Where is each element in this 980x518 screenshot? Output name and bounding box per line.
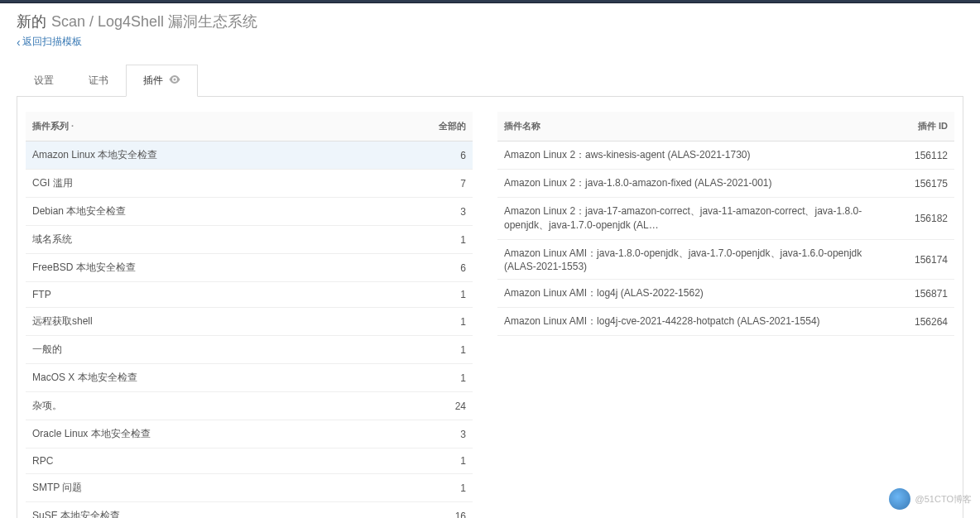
plugin-name-cell: Amazon Linux AMI：log4j-cve-2021-44228-ho… <box>497 308 888 336</box>
table-row[interactable]: FreeBSD 本地安全检查6 <box>26 254 473 282</box>
family-cell: 一般的 <box>26 336 415 364</box>
table-row[interactable]: Amazon Linux 2：java-17-amazon-correct、ja… <box>497 198 954 240</box>
svg-point-0 <box>174 79 176 81</box>
count-cell: 1 <box>415 336 473 364</box>
plugin-id-cell: 156871 <box>888 280 954 308</box>
count-cell: 7 <box>415 170 473 198</box>
plugin-id-cell: 156264 <box>888 308 954 336</box>
count-cell: 6 <box>415 141 473 170</box>
count-cell: 1 <box>415 282 473 308</box>
count-cell: 1 <box>415 364 473 392</box>
count-cell: 1 <box>415 448 473 474</box>
table-row[interactable]: MacOS X 本地安全检查1 <box>26 364 473 392</box>
back-link[interactable]: 返回扫描模板 <box>17 35 82 49</box>
table-row[interactable]: SuSE 本地安全检查16 <box>26 502 473 519</box>
col-family-header[interactable]: 插件系列 <box>26 112 415 141</box>
table-row[interactable]: 一般的1 <box>26 336 473 364</box>
table-row[interactable]: Amazon Linux AMI：java-1.8.0-openjdk、java… <box>497 240 954 280</box>
count-cell: 1 <box>415 308 473 336</box>
plugin-detail-table: 插件名称 插件 ID Amazon Linux 2：aws-kinesis-ag… <box>497 112 954 336</box>
plugin-name-cell: Amazon Linux 2：java-1.8.0-amazon-fixed (… <box>497 170 888 198</box>
family-cell: RPC <box>26 448 415 474</box>
family-cell: 远程获取shell <box>26 308 415 336</box>
family-cell: SuSE 本地安全检查 <box>26 502 415 519</box>
family-cell: SMTP 问题 <box>26 474 415 502</box>
plugin-name-cell: Amazon Linux 2：aws-kinesis-agent (ALAS-2… <box>497 141 888 170</box>
page-title-main: Scan / Log4Shell 漏洞生态系统 <box>51 12 257 31</box>
family-cell: FTP <box>26 282 415 308</box>
plugin-name-cell: Amazon Linux AMI：log4j (ALAS-2022-1562) <box>497 280 888 308</box>
table-row[interactable]: 域名系统1 <box>26 226 473 254</box>
family-cell: MacOS X 本地安全检查 <box>26 364 415 392</box>
plugin-family-table: 插件系列 全部的 Amazon Linux 本地安全检查6CGI 滥用7Debi… <box>26 112 473 518</box>
plugin-id-cell: 156112 <box>888 141 954 170</box>
count-cell: 3 <box>415 198 473 226</box>
watermark: @51CTO博客 <box>889 488 972 510</box>
col-plugin-name-header[interactable]: 插件名称 <box>497 112 888 141</box>
count-cell: 1 <box>415 474 473 502</box>
count-cell: 24 <box>415 392 473 420</box>
table-row[interactable]: Amazon Linux 2：aws-kinesis-agent (ALAS-2… <box>497 141 954 170</box>
family-cell: Oracle Linux 本地安全检查 <box>26 420 415 448</box>
logo-icon <box>889 488 910 510</box>
col-plugin-id-header[interactable]: 插件 ID <box>888 112 954 141</box>
family-cell: Amazon Linux 本地安全检查 <box>26 141 415 170</box>
family-cell: 杂项。 <box>26 392 415 420</box>
table-row[interactable]: RPC1 <box>26 448 473 474</box>
tab-settings[interactable]: 设置 <box>17 65 71 97</box>
count-cell: 16 <box>415 502 473 519</box>
table-row[interactable]: Amazon Linux 本地安全检查6 <box>26 141 473 170</box>
plugin-name-cell: Amazon Linux 2：java-17-amazon-correct、ja… <box>497 198 888 240</box>
tab-certificates[interactable]: 证书 <box>71 65 126 97</box>
family-cell: CGI 滥用 <box>26 170 415 198</box>
count-cell: 1 <box>415 226 473 254</box>
table-row[interactable]: FTP1 <box>26 282 473 308</box>
eye-icon <box>169 74 180 86</box>
table-row[interactable]: SMTP 问题1 <box>26 474 473 502</box>
tab-label: 设置 <box>34 74 54 86</box>
tabs-bar: 设置 证书 插件 <box>17 64 963 97</box>
plugin-name-cell: Amazon Linux AMI：java-1.8.0-openjdk、java… <box>497 240 888 280</box>
table-row[interactable]: Amazon Linux AMI：log4j-cve-2021-44228-ho… <box>497 308 954 336</box>
sort-indicator-icon <box>69 121 74 131</box>
tab-plugins[interactable]: 插件 <box>126 65 198 97</box>
table-row[interactable]: 远程获取shell1 <box>26 308 473 336</box>
page-title-prefix: 新的 <box>17 12 46 31</box>
plugin-id-cell: 156182 <box>888 198 954 240</box>
table-row[interactable]: Amazon Linux 2：java-1.8.0-amazon-fixed (… <box>497 170 954 198</box>
count-cell: 6 <box>415 254 473 282</box>
plugin-id-cell: 156174 <box>888 240 954 280</box>
col-count-header[interactable]: 全部的 <box>415 112 473 141</box>
family-cell: FreeBSD 本地安全检查 <box>26 254 415 282</box>
table-row[interactable]: CGI 滥用7 <box>26 170 473 198</box>
count-cell: 3 <box>415 420 473 448</box>
family-cell: Debian 本地安全检查 <box>26 198 415 226</box>
table-row[interactable]: 杂项。24 <box>26 392 473 420</box>
tab-label: 插件 <box>143 74 163 86</box>
tab-label: 证书 <box>89 74 108 86</box>
family-cell: 域名系统 <box>26 226 415 254</box>
table-row[interactable]: Debian 本地安全检查3 <box>26 198 473 226</box>
back-link-label: 返回扫描模板 <box>22 35 82 49</box>
table-row[interactable]: Oracle Linux 本地安全检查3 <box>26 420 473 448</box>
table-row[interactable]: Amazon Linux AMI：log4j (ALAS-2022-1562)1… <box>497 280 954 308</box>
plugin-id-cell: 156175 <box>888 170 954 198</box>
